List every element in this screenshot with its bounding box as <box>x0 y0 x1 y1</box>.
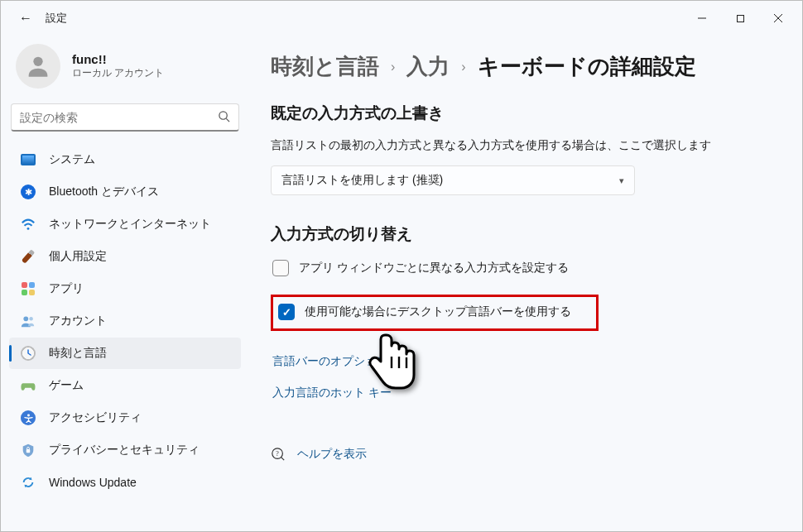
breadcrumb: 時刻と言語 › 入力 › キーボードの詳細設定 <box>271 52 784 81</box>
heading-switching-input-methods: 入力方式の切り替え <box>271 223 784 245</box>
sidebar-item-label: システム <box>49 152 95 167</box>
svg-rect-1 <box>737 15 743 22</box>
checkbox-checked-icon[interactable]: ✓ <box>278 304 295 320</box>
accounts-icon <box>19 312 37 330</box>
checkbox-label: アプリ ウィンドウごとに異なる入力方式を設定する <box>299 261 569 276</box>
search-box[interactable] <box>11 103 239 132</box>
bluetooth-icon: ✱ <box>19 183 37 201</box>
gaming-icon <box>19 376 37 395</box>
accessibility-icon <box>19 409 37 427</box>
svg-point-9 <box>29 317 33 321</box>
dropdown-value: 言語リストを使用します (推奨) <box>281 173 619 188</box>
titlebar: ← 設定 <box>1 1 802 36</box>
profile-account-type: ローカル アカウント <box>72 66 164 80</box>
breadcrumb-current: キーボードの詳細設定 <box>478 52 696 81</box>
sidebar-item-label: アプリ <box>49 281 84 296</box>
help-row[interactable]: ? ヘルプを表示 <box>271 447 784 462</box>
svg-point-7 <box>27 228 30 230</box>
sidebar-nav: システム ✱ Bluetooth とデバイス ネットワークとインターネット 個人… <box>7 143 243 499</box>
help-label: ヘルプを表示 <box>297 447 367 462</box>
profile-username: func!! <box>72 52 164 66</box>
windows-update-icon <box>19 473 37 491</box>
sidebar-item-windows-update[interactable]: Windows Update <box>9 467 241 498</box>
search-icon <box>218 110 230 125</box>
svg-point-4 <box>33 57 42 66</box>
chevron-right-icon: › <box>461 60 465 74</box>
sidebar-item-gaming[interactable]: ゲーム <box>9 370 241 401</box>
svg-point-8 <box>23 316 28 321</box>
sidebar-item-label: 個人用設定 <box>49 249 107 264</box>
svg-rect-11 <box>26 449 31 453</box>
sidebar-item-label: 時刻と言語 <box>49 346 107 361</box>
sidebar-item-label: アカウント <box>49 314 107 328</box>
system-icon <box>19 151 37 169</box>
sidebar-item-bluetooth[interactable]: ✱ Bluetooth とデバイス <box>9 176 241 208</box>
checkbox-label: 使用可能な場合にデスクトップ言語バーを使用する <box>305 304 571 319</box>
heading-override-default-input: 既定の入力方式の上書き <box>271 103 784 124</box>
svg-text:?: ? <box>276 451 279 458</box>
sidebar-item-personalization[interactable]: 個人用設定 <box>9 241 241 272</box>
sidebar-item-label: ネットワークとインターネット <box>49 217 211 232</box>
highlighted-option: ✓ 使用可能な場合にデスクトップ言語バーを使用する <box>271 295 599 331</box>
privacy-icon <box>19 441 37 459</box>
sidebar-item-label: Windows Update <box>49 476 137 489</box>
back-button[interactable]: ← <box>14 7 37 30</box>
apps-icon <box>19 280 37 298</box>
chevron-right-icon: › <box>391 60 395 74</box>
search-input[interactable] <box>20 111 218 124</box>
sidebar-item-label: Bluetooth とデバイス <box>49 185 159 199</box>
sidebar-item-network[interactable]: ネットワークとインターネット <box>9 208 241 240</box>
svg-point-10 <box>27 414 30 416</box>
checkbox-row-per-app-input[interactable]: アプリ ウィンドウごとに異なる入力方式を設定する <box>271 256 784 281</box>
sidebar-item-privacy[interactable]: プライバシーとセキュリティ <box>9 434 241 466</box>
sidebar-item-system[interactable]: システム <box>9 144 241 175</box>
window-title: 設定 <box>46 11 67 26</box>
checkbox-row-desktop-language-bar[interactable]: ✓ 使用可能な場合にデスクトップ言語バーを使用する <box>276 300 573 325</box>
sidebar: func!! ローカル アカウント システム ✱ Bluetooth とデバイス <box>1 36 249 531</box>
help-icon: ? <box>271 447 286 462</box>
sidebar-item-time-language[interactable]: 時刻と言語 <box>9 338 241 369</box>
back-arrow-icon: ← <box>19 11 32 26</box>
link-input-language-hotkeys[interactable]: 入力言語のホット キー <box>272 386 784 400</box>
close-button[interactable] <box>759 5 797 31</box>
svg-line-6 <box>226 118 229 122</box>
breadcrumb-seg-time-language[interactable]: 時刻と言語 <box>271 52 379 81</box>
sidebar-item-label: アクセシビリティ <box>49 410 142 425</box>
breadcrumb-seg-input[interactable]: 入力 <box>406 52 450 81</box>
default-input-method-dropdown[interactable]: 言語リストを使用します (推奨) ▾ <box>271 165 635 195</box>
sidebar-item-label: ゲーム <box>49 378 84 393</box>
personalization-icon <box>19 247 37 266</box>
time-language-icon <box>19 344 37 362</box>
sidebar-item-accounts[interactable]: アカウント <box>9 305 241 337</box>
override-description: 言語リストの最初の入力方式と異なる入力方式を使用する場合は、ここで選択します <box>271 136 767 154</box>
sidebar-item-apps[interactable]: アプリ <box>9 273 241 304</box>
avatar <box>16 44 60 89</box>
checkbox-unchecked-icon[interactable] <box>272 260 289 276</box>
link-language-bar-options[interactable]: 言語バーのオプション <box>272 354 784 369</box>
person-icon <box>24 52 52 80</box>
sidebar-item-accessibility[interactable]: アクセシビリティ <box>9 402 241 434</box>
minimize-button[interactable] <box>683 5 721 31</box>
profile-block[interactable]: func!! ローカル アカウント <box>7 36 243 103</box>
chevron-down-icon: ▾ <box>619 175 624 186</box>
sidebar-item-label: プライバシーとセキュリティ <box>49 443 200 458</box>
svg-point-5 <box>219 111 227 118</box>
maximize-button[interactable] <box>721 5 759 31</box>
network-icon <box>19 215 37 233</box>
main-content: 時刻と言語 › 入力 › キーボードの詳細設定 既定の入力方式の上書き 言語リス… <box>249 36 802 531</box>
